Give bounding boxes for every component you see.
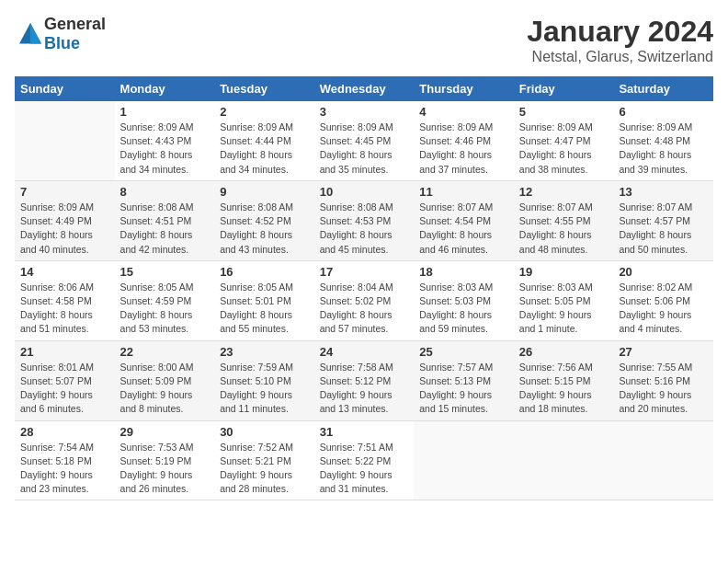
calendar-cell: 13Sunrise: 8:07 AMSunset: 4:57 PMDayligh… bbox=[613, 180, 713, 260]
day-number: 19 bbox=[519, 265, 609, 279]
day-info: Sunrise: 8:05 AMSunset: 5:01 PMDaylight:… bbox=[220, 281, 309, 337]
calendar-table: SundayMondayTuesdayWednesdayThursdayFrid… bbox=[15, 76, 713, 500]
calendar-week-row: 28Sunrise: 7:54 AMSunset: 5:18 PMDayligh… bbox=[15, 420, 713, 500]
calendar-cell: 6Sunrise: 8:09 AMSunset: 4:48 PMDaylight… bbox=[613, 101, 713, 180]
day-number: 31 bbox=[320, 425, 409, 439]
day-info: Sunrise: 8:06 AMSunset: 4:58 PMDaylight:… bbox=[20, 281, 109, 337]
svg-marker-1 bbox=[30, 23, 41, 44]
day-number: 5 bbox=[519, 105, 609, 119]
calendar-cell: 12Sunrise: 8:07 AMSunset: 4:55 PMDayligh… bbox=[514, 180, 614, 260]
day-number: 17 bbox=[320, 265, 409, 279]
logo-text: General Blue bbox=[44, 15, 106, 53]
weekday-header-wednesday: Wednesday bbox=[314, 76, 415, 101]
day-info: Sunrise: 7:55 AMSunset: 5:16 PMDaylight:… bbox=[619, 361, 708, 417]
day-number: 23 bbox=[220, 345, 309, 359]
calendar-cell bbox=[514, 420, 614, 500]
day-info: Sunrise: 7:52 AMSunset: 5:21 PMDaylight:… bbox=[220, 441, 309, 497]
day-info: Sunrise: 8:09 AMSunset: 4:46 PMDaylight:… bbox=[419, 121, 508, 177]
day-number: 30 bbox=[220, 425, 309, 439]
logo-general: General bbox=[44, 15, 106, 33]
day-info: Sunrise: 8:02 AMSunset: 5:06 PMDaylight:… bbox=[619, 281, 708, 337]
calendar-cell bbox=[414, 420, 514, 500]
day-number: 21 bbox=[20, 345, 109, 359]
calendar-cell: 10Sunrise: 8:08 AMSunset: 4:53 PMDayligh… bbox=[314, 180, 415, 260]
day-number: 26 bbox=[519, 345, 609, 359]
weekday-header-saturday: Saturday bbox=[613, 76, 713, 101]
day-number: 22 bbox=[120, 345, 210, 359]
day-number: 27 bbox=[619, 345, 708, 359]
calendar-cell: 24Sunrise: 7:58 AMSunset: 5:12 PMDayligh… bbox=[314, 340, 415, 420]
calendar-cell: 27Sunrise: 7:55 AMSunset: 5:16 PMDayligh… bbox=[613, 340, 713, 420]
calendar-cell: 21Sunrise: 8:01 AMSunset: 5:07 PMDayligh… bbox=[15, 340, 115, 420]
weekday-header-sunday: Sunday bbox=[15, 76, 115, 101]
day-info: Sunrise: 7:51 AMSunset: 5:22 PMDaylight:… bbox=[320, 441, 409, 497]
day-info: Sunrise: 8:07 AMSunset: 4:57 PMDaylight:… bbox=[619, 201, 708, 257]
calendar-cell: 30Sunrise: 7:52 AMSunset: 5:21 PMDayligh… bbox=[214, 420, 314, 500]
day-info: Sunrise: 8:09 AMSunset: 4:48 PMDaylight:… bbox=[619, 121, 708, 177]
day-info: Sunrise: 8:08 AMSunset: 4:51 PMDaylight:… bbox=[120, 201, 210, 257]
day-info: Sunrise: 8:09 AMSunset: 4:45 PMDaylight:… bbox=[320, 121, 409, 177]
day-number: 1 bbox=[120, 105, 210, 119]
calendar-cell: 9Sunrise: 8:08 AMSunset: 4:52 PMDaylight… bbox=[214, 180, 314, 260]
day-info: Sunrise: 8:05 AMSunset: 4:59 PMDaylight:… bbox=[120, 281, 210, 337]
day-number: 10 bbox=[320, 185, 409, 199]
calendar-cell: 1Sunrise: 8:09 AMSunset: 4:43 PMDaylight… bbox=[115, 101, 215, 180]
weekday-header-monday: Monday bbox=[115, 76, 215, 101]
calendar-cell: 19Sunrise: 8:03 AMSunset: 5:05 PMDayligh… bbox=[514, 260, 614, 340]
calendar-cell: 11Sunrise: 8:07 AMSunset: 4:54 PMDayligh… bbox=[414, 180, 514, 260]
day-info: Sunrise: 7:56 AMSunset: 5:15 PMDaylight:… bbox=[519, 361, 609, 417]
calendar-week-row: 1Sunrise: 8:09 AMSunset: 4:43 PMDaylight… bbox=[15, 101, 713, 180]
location-subtitle: Netstal, Glarus, Switzerland bbox=[527, 49, 713, 65]
day-info: Sunrise: 8:00 AMSunset: 5:09 PMDaylight:… bbox=[120, 361, 210, 417]
day-number: 6 bbox=[619, 105, 708, 119]
calendar-cell: 18Sunrise: 8:03 AMSunset: 5:03 PMDayligh… bbox=[414, 260, 514, 340]
calendar-cell: 20Sunrise: 8:02 AMSunset: 5:06 PMDayligh… bbox=[613, 260, 713, 340]
day-number: 29 bbox=[120, 425, 210, 439]
day-info: Sunrise: 8:01 AMSunset: 5:07 PMDaylight:… bbox=[20, 361, 109, 417]
calendar-cell: 4Sunrise: 8:09 AMSunset: 4:46 PMDaylight… bbox=[414, 101, 514, 180]
weekday-header-friday: Friday bbox=[514, 76, 614, 101]
day-number: 20 bbox=[619, 265, 708, 279]
day-info: Sunrise: 8:07 AMSunset: 4:54 PMDaylight:… bbox=[419, 201, 508, 257]
calendar-cell bbox=[15, 101, 115, 180]
day-number: 8 bbox=[120, 185, 210, 199]
day-info: Sunrise: 8:07 AMSunset: 4:55 PMDaylight:… bbox=[519, 201, 609, 257]
month-title: January 2024 bbox=[527, 15, 713, 49]
day-info: Sunrise: 7:53 AMSunset: 5:19 PMDaylight:… bbox=[120, 441, 210, 497]
calendar-cell: 22Sunrise: 8:00 AMSunset: 5:09 PMDayligh… bbox=[115, 340, 215, 420]
weekday-header-tuesday: Tuesday bbox=[214, 76, 314, 101]
day-number: 3 bbox=[320, 105, 409, 119]
calendar-cell: 26Sunrise: 7:56 AMSunset: 5:15 PMDayligh… bbox=[514, 340, 614, 420]
calendar-cell: 29Sunrise: 7:53 AMSunset: 5:19 PMDayligh… bbox=[115, 420, 215, 500]
logo: General Blue bbox=[15, 15, 106, 53]
header: General Blue January 2024 Netstal, Glaru… bbox=[15, 15, 713, 65]
day-number: 4 bbox=[419, 105, 508, 119]
calendar-week-row: 21Sunrise: 8:01 AMSunset: 5:07 PMDayligh… bbox=[15, 340, 713, 420]
day-info: Sunrise: 8:08 AMSunset: 4:53 PMDaylight:… bbox=[320, 201, 409, 257]
calendar-cell: 14Sunrise: 8:06 AMSunset: 4:58 PMDayligh… bbox=[15, 260, 115, 340]
day-info: Sunrise: 8:09 AMSunset: 4:47 PMDaylight:… bbox=[519, 121, 609, 177]
logo-blue: Blue bbox=[44, 34, 80, 52]
calendar-cell: 5Sunrise: 8:09 AMSunset: 4:47 PMDaylight… bbox=[514, 101, 614, 180]
calendar-cell: 31Sunrise: 7:51 AMSunset: 5:22 PMDayligh… bbox=[314, 420, 415, 500]
day-number: 25 bbox=[419, 345, 508, 359]
day-info: Sunrise: 8:09 AMSunset: 4:44 PMDaylight:… bbox=[220, 121, 309, 177]
day-number: 9 bbox=[220, 185, 309, 199]
day-number: 7 bbox=[20, 185, 109, 199]
day-info: Sunrise: 8:03 AMSunset: 5:03 PMDaylight:… bbox=[419, 281, 508, 337]
calendar-cell bbox=[613, 420, 713, 500]
day-info: Sunrise: 8:03 AMSunset: 5:05 PMDaylight:… bbox=[519, 281, 609, 337]
calendar-cell: 7Sunrise: 8:09 AMSunset: 4:49 PMDaylight… bbox=[15, 180, 115, 260]
day-number: 12 bbox=[519, 185, 609, 199]
weekday-header-row: SundayMondayTuesdayWednesdayThursdayFrid… bbox=[15, 76, 713, 101]
day-number: 18 bbox=[419, 265, 508, 279]
day-number: 16 bbox=[220, 265, 309, 279]
calendar-cell: 25Sunrise: 7:57 AMSunset: 5:13 PMDayligh… bbox=[414, 340, 514, 420]
day-info: Sunrise: 7:58 AMSunset: 5:12 PMDaylight:… bbox=[320, 361, 409, 417]
calendar-cell: 17Sunrise: 8:04 AMSunset: 5:02 PMDayligh… bbox=[314, 260, 415, 340]
day-number: 15 bbox=[120, 265, 210, 279]
title-area: January 2024 Netstal, Glarus, Switzerlan… bbox=[527, 15, 713, 65]
day-info: Sunrise: 7:57 AMSunset: 5:13 PMDaylight:… bbox=[419, 361, 508, 417]
calendar-cell: 16Sunrise: 8:05 AMSunset: 5:01 PMDayligh… bbox=[214, 260, 314, 340]
day-info: Sunrise: 8:09 AMSunset: 4:43 PMDaylight:… bbox=[120, 121, 210, 177]
